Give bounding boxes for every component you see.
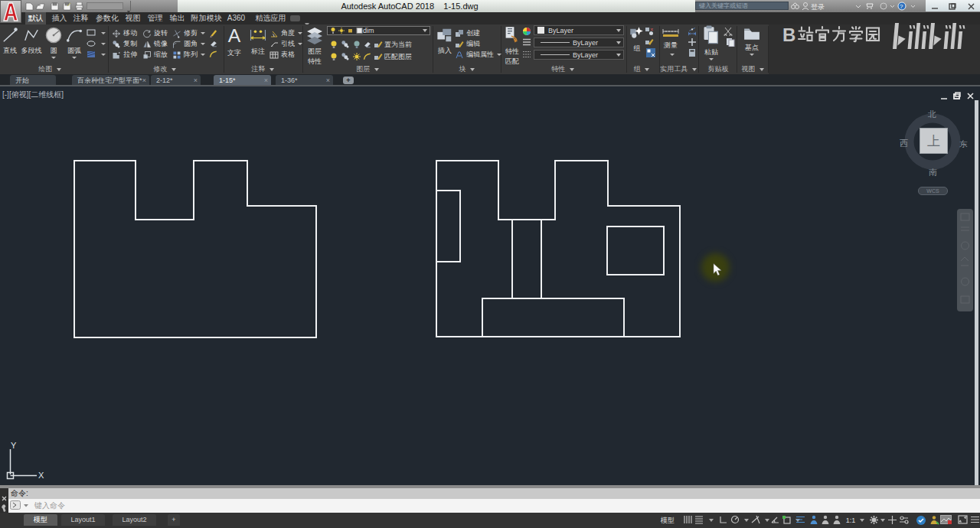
- svg-text:B: B: [782, 25, 795, 45]
- svg-text:登录: 登录: [811, 3, 825, 11]
- svg-text:Y: Y: [11, 441, 17, 450]
- svg-text:X: X: [38, 471, 44, 480]
- svg-text:A: A: [228, 26, 241, 46]
- svg-text:?: ?: [900, 3, 903, 10]
